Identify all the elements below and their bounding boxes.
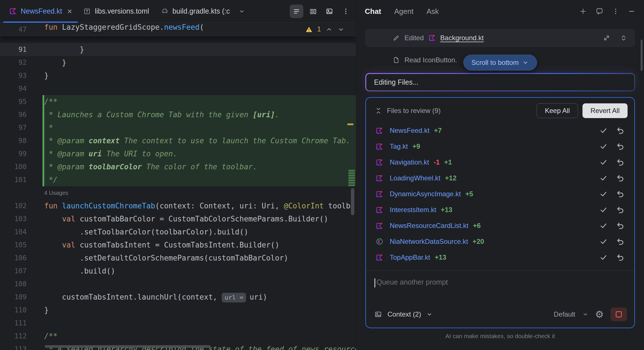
prompt-input[interactable]: Queue another prompt [366, 271, 634, 304]
usages-hint[interactable]: 4 Usages [44, 186, 356, 199]
edited-file-item[interactable]: Edited Background.kt [365, 29, 635, 47]
file-row[interactable]: NewsResourceCardList.kt+6 [376, 218, 625, 234]
split-editor-icon[interactable] [306, 5, 320, 18]
line-number[interactable]: 91 [0, 43, 43, 56]
code-text[interactable]: /** [44, 330, 356, 343]
accept-file-check-icon[interactable] [599, 158, 608, 167]
code-text[interactable]: } [44, 304, 356, 317]
line-number[interactable]: 105 [0, 238, 43, 251]
tab-build-gradle[interactable]: build.gradle.kts (:c [155, 0, 236, 22]
line-number[interactable]: 99 [0, 147, 43, 160]
revert-file-undo-icon[interactable] [616, 253, 625, 262]
keep-all-button[interactable]: Keep All [537, 103, 578, 118]
tab-libs-versions-toml[interactable]: libs.versions.toml [78, 0, 155, 22]
file-link[interactable]: Navigation.kt [390, 158, 429, 166]
code-editor[interactable]: 47 fun LazyStaggeredGridScope.newsFeed( … [0, 23, 356, 350]
line-number[interactable]: 109 [0, 291, 43, 304]
line-number[interactable]: 111 [0, 317, 43, 330]
code-text[interactable]: } [44, 69, 356, 82]
line-number[interactable]: 92 [0, 56, 43, 69]
line-number[interactable]: 94 [0, 82, 43, 95]
code-text[interactable]: val customTabsIntent = CustomTabsIntent.… [44, 238, 356, 251]
sticky-context-line[interactable]: 47 fun LazyStaggeredGridScope.newsFeed( … [0, 23, 356, 36]
file-link[interactable]: Tag.kt [390, 142, 408, 150]
prev-problem-chevron-up-icon[interactable] [325, 26, 333, 33]
new-chat-plus-icon[interactable] [579, 7, 587, 16]
accept-file-check-icon[interactable] [599, 221, 608, 230]
file-link[interactable]: NewsFeed.kt [390, 127, 429, 135]
file-row[interactable]: Navigation.kt-1+1 [376, 154, 625, 170]
revert-file-undo-icon[interactable] [616, 174, 625, 182]
revert-file-undo-icon[interactable] [616, 206, 625, 214]
code-text[interactable] [44, 278, 356, 291]
code-text[interactable]: fun launchCustomChromeTab(context: Conte… [44, 199, 356, 212]
line-number[interactable]: 103 [0, 212, 43, 225]
image-preview-icon[interactable] [323, 5, 336, 18]
accept-file-check-icon[interactable] [599, 126, 608, 135]
line-number[interactable]: 106 [0, 251, 43, 264]
close-tab-icon[interactable]: × [67, 7, 72, 16]
hidden-tabs-chevron-icon[interactable] [236, 8, 248, 15]
code-text[interactable] [44, 82, 356, 95]
file-row[interactable]: NiaNetworkDataSource.kt+20 [376, 234, 625, 249]
editor-list-icon[interactable] [290, 5, 303, 18]
code-text[interactable]: * [44, 121, 356, 134]
line-number[interactable]: 110 [0, 304, 43, 317]
minimize-icon[interactable] [628, 7, 635, 15]
tab-chat[interactable]: Chat [365, 7, 381, 16]
error-stripe-warning-mark[interactable] [347, 123, 353, 125]
chat-scrollbar[interactable] [641, 40, 643, 71]
horizontal-scrollbar[interactable] [45, 345, 211, 348]
accept-file-check-icon[interactable] [599, 174, 608, 182]
tab-ask[interactable]: Ask [427, 7, 439, 16]
revert-file-undo-icon[interactable] [616, 190, 625, 198]
code-text[interactable]: .build() [44, 264, 356, 278]
revert-file-undo-icon[interactable] [616, 237, 625, 246]
line-number[interactable]: 97 [0, 121, 43, 134]
file-row[interactable]: DynamicAsyncImage.kt+5 [376, 186, 625, 202]
code-text[interactable]: val customTabBarColor = CustomTabColorSc… [44, 212, 356, 225]
line-number[interactable]: 98 [0, 134, 43, 147]
gear-icon[interactable]: ⚙ [595, 310, 604, 319]
line-number[interactable]: 93 [0, 69, 43, 82]
file-row[interactable]: InterestsItem.kt+13 [376, 202, 625, 218]
line-number[interactable]: 101 [0, 173, 43, 186]
line-number[interactable]: 96 [0, 108, 43, 121]
code-text[interactable]: } [44, 56, 356, 69]
inlay-hint-chip[interactable]: url = [222, 293, 246, 302]
line-number[interactable]: 112 [0, 330, 43, 343]
line-number[interactable]: 104 [0, 225, 43, 238]
error-stripe-change-marks[interactable] [348, 170, 355, 187]
scroll-to-bottom-button[interactable]: Scroll to bottom [463, 55, 537, 71]
chevron-down-icon[interactable] [582, 311, 588, 317]
revert-file-undo-icon[interactable] [616, 221, 625, 230]
revert-all-button[interactable]: Revert All [582, 103, 628, 118]
code-text[interactable]: * @param uri The URI to open. [44, 147, 356, 160]
file-row[interactable]: TopAppBar.kt+13 [376, 249, 625, 265]
file-link[interactable]: NewsResourceCardList.kt [390, 222, 468, 230]
tab-newsfeed[interactable]: NewsFeed.kt × [3, 0, 78, 22]
conversations-icon[interactable] [595, 7, 604, 16]
accept-file-check-icon[interactable] [599, 142, 608, 151]
accept-file-check-icon[interactable] [599, 206, 608, 214]
line-number[interactable]: 102 [0, 199, 43, 212]
chevron-down-icon[interactable] [426, 311, 433, 317]
accept-file-check-icon[interactable] [599, 190, 608, 198]
line-number[interactable]: 100 [0, 160, 43, 173]
code-text[interactable]: * @param context The context to use to l… [44, 134, 356, 147]
attach-image-icon[interactable] [374, 310, 382, 319]
code-text[interactable]: .setToolbarColor(toolbarColor).build() [44, 225, 356, 238]
context-selector[interactable]: Context (2) [387, 310, 421, 318]
line-number[interactable]: 107 [0, 264, 43, 278]
file-link[interactable]: TopAppBar.kt [390, 253, 430, 261]
file-link[interactable]: DynamicAsyncImage.kt [390, 190, 461, 198]
edited-file-link[interactable]: Background.kt [440, 34, 484, 42]
code-text[interactable]: customTabsIntent.launchUrl(context, url … [44, 291, 356, 304]
collapse-all-icon[interactable] [374, 107, 382, 115]
file-row[interactable]: NewsFeed.kt+7 [376, 123, 625, 138]
file-link[interactable]: InterestsItem.kt [390, 206, 436, 214]
model-selector[interactable]: Default [554, 310, 575, 318]
line-number[interactable]: 108 [0, 278, 43, 291]
code-text[interactable]: * @param toolbarColor The color of the t… [44, 160, 356, 173]
file-link[interactable]: LoadingWheel.kt [390, 174, 440, 182]
